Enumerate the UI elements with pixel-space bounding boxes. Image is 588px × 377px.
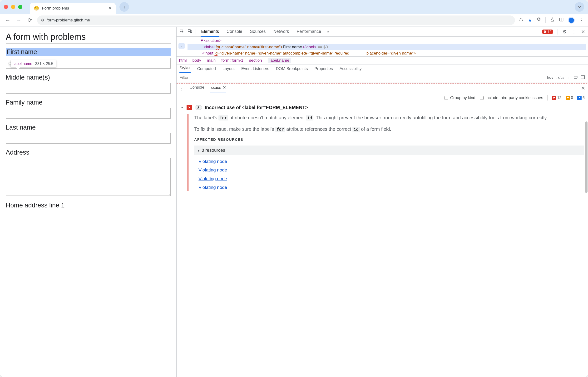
address-bar[interactable]: ⚙ form-problems.glitch.me <box>37 15 515 25</box>
chevron-down-icon <box>577 4 582 9</box>
close-devtools-icon[interactable]: ✕ <box>581 29 585 35</box>
forward-button[interactable]: → <box>15 17 22 23</box>
kebab-menu-icon[interactable]: ⋮ <box>579 17 584 23</box>
issue-body: The label's for attribute doesn't match … <box>188 114 584 191</box>
hov-button[interactable]: :hov <box>545 75 554 80</box>
back-button[interactable]: ← <box>4 17 11 23</box>
subtab-layout[interactable]: Layout <box>223 66 235 71</box>
content-area: label.name 331 × 25.5 A form with proble… <box>0 27 588 377</box>
error-flag-icon: ⚑ <box>552 96 556 100</box>
divider <box>557 29 558 35</box>
warnings-pill[interactable]: ⚑0 <box>566 96 573 100</box>
subtab-accessibility[interactable]: Accessibility <box>339 66 362 71</box>
computed-sidebar-icon[interactable] <box>580 75 585 81</box>
subtab-computed[interactable]: Computed <box>197 66 216 71</box>
close-window-icon[interactable] <box>4 5 8 9</box>
drawer-tab-console[interactable]: Console <box>189 85 204 92</box>
issue-panel: ▼ ✖ 8 Incorrect use of <label for=FORM_E… <box>177 103 588 377</box>
devtools-menu-icon[interactable]: ⋮ <box>572 29 576 35</box>
violations-list: Violating nodeViolating nodeViolating no… <box>194 158 584 191</box>
device-toggle-icon[interactable] <box>188 29 192 35</box>
site-settings-icon[interactable]: ⚙ <box>41 18 44 22</box>
text-input[interactable] <box>6 133 171 144</box>
breadcrumb-item[interactable]: main <box>207 58 215 63</box>
breadcrumb-item[interactable]: label.name <box>268 58 291 63</box>
dom-actions-icon[interactable]: ⋯ <box>179 43 185 48</box>
tab-title: Form problems <box>42 6 69 11</box>
breadcrumb-item[interactable]: form#form-1 <box>221 58 243 63</box>
new-style-rule-icon[interactable]: ＋ <box>567 75 571 81</box>
share-icon[interactable] <box>519 17 523 23</box>
field-label: Home address line 1 <box>6 202 171 209</box>
error-counter[interactable]: ✖12 <box>542 30 553 34</box>
toggle-common-icon[interactable] <box>573 75 578 81</box>
breadcrumb-item[interactable]: body <box>192 58 201 63</box>
breadcrumb-item[interactable]: html <box>179 58 187 63</box>
subtab-dom-breakpoints[interactable]: DOM Breakpoints <box>276 66 308 71</box>
dom-selected-line[interactable]: <label for class="name" name="first-name… <box>188 44 586 50</box>
scrollbar-thumb[interactable] <box>585 121 588 193</box>
dom-tree[interactable]: ▼<section> <label for class="name" name=… <box>177 37 588 57</box>
profile-avatar-icon[interactable] <box>568 17 575 24</box>
panel-tab-console[interactable]: Console <box>226 27 243 36</box>
close-tab-icon[interactable]: ✕ <box>108 6 112 11</box>
cls-button[interactable]: .cls <box>556 75 565 80</box>
browser-window: 😬 Form problems ✕ ＋ ← → ⟳ ⚙ form-problem… <box>0 0 588 377</box>
reload-button[interactable]: ⟳ <box>26 17 33 23</box>
panel-tab-sources[interactable]: Sources <box>249 27 266 36</box>
styles-filter-row: Filter :hov .cls ＋ <box>177 73 588 82</box>
issue-paragraph: To fix this issue, make sure the label's… <box>194 126 584 133</box>
form-field: Home address line 1 <box>6 202 171 209</box>
warning-flag-icon: ⚑ <box>566 96 570 100</box>
issues-options: Group by kind Include third-party cookie… <box>177 93 588 103</box>
settings-gear-icon[interactable]: ⚙ <box>563 29 567 35</box>
text-input[interactable] <box>6 83 171 94</box>
violating-node-link[interactable]: Violating node <box>198 176 584 182</box>
side-panel-icon[interactable] <box>559 17 564 23</box>
tabs-menu-button[interactable] <box>575 2 584 12</box>
extensions-icon[interactable] <box>536 17 541 23</box>
inspect-icon[interactable] <box>180 29 184 35</box>
styles-filter-input[interactable]: Filter <box>180 75 542 80</box>
close-drawer-icon[interactable]: ✕ <box>581 85 585 91</box>
violating-node-link[interactable]: Violating node <box>198 184 584 191</box>
bookmark-star-icon[interactable]: ★ <box>528 17 532 23</box>
dom-breadcrumb[interactable]: htmlbodymainform#form-1sectionlabel.name <box>177 57 588 65</box>
panel-tab-elements[interactable]: Elements <box>201 27 219 37</box>
disclosure-triangle-icon[interactable]: ▼ <box>180 106 184 109</box>
divider <box>545 17 546 23</box>
breadcrumb-item[interactable]: section <box>249 58 262 63</box>
address-textarea[interactable] <box>6 158 171 196</box>
elements-panel: ⋯ ▼<section> <label for class="name" nam… <box>177 37 588 65</box>
field-label: First name <box>6 48 171 56</box>
resources-toggle[interactable]: ▼8 resources <box>194 145 584 155</box>
violating-node-link[interactable]: Violating node <box>198 158 584 165</box>
more-panels-icon[interactable]: » <box>327 29 329 34</box>
info-pill[interactable]: ⚑6 <box>577 96 585 100</box>
third-party-checkbox[interactable]: Include third-party cookie issues <box>480 95 543 100</box>
close-tab-icon[interactable]: ✕ <box>223 85 226 90</box>
divider <box>547 95 548 101</box>
subtab-styles[interactable]: Styles <box>180 66 190 73</box>
group-by-kind-checkbox[interactable]: Group by kind <box>444 95 475 100</box>
new-tab-button[interactable]: ＋ <box>119 2 129 12</box>
panel-tab-performance[interactable]: Performance <box>296 27 321 36</box>
text-input[interactable] <box>6 108 171 118</box>
devtools: ElementsConsoleSourcesNetworkPerformance… <box>176 27 588 377</box>
drawer-menu-icon[interactable]: ⋮ <box>180 85 184 91</box>
violating-node-link[interactable]: Violating node <box>198 167 584 174</box>
drawer-tab-issues[interactable]: Issues✕ <box>210 85 226 92</box>
issue-header[interactable]: ▼ ✖ 8 Incorrect use of <label for=FORM_E… <box>180 105 584 110</box>
errors-pill[interactable]: ⚑12 <box>552 96 561 100</box>
labs-icon[interactable] <box>550 17 555 23</box>
maximize-window-icon[interactable] <box>18 5 22 9</box>
toolbar-actions: ★ ⋮ <box>519 17 584 24</box>
subtab-event-listeners[interactable]: Event Listeners <box>241 66 269 71</box>
subtab-properties[interactable]: Properties <box>314 66 333 71</box>
minimize-window-icon[interactable] <box>11 5 15 9</box>
form-field: Last name <box>6 124 171 144</box>
traffic-lights <box>4 5 22 9</box>
panel-tab-network[interactable]: Network <box>273 27 289 36</box>
svg-rect-0 <box>560 18 563 21</box>
browser-tab[interactable]: 😬 Form problems ✕ <box>30 3 116 14</box>
